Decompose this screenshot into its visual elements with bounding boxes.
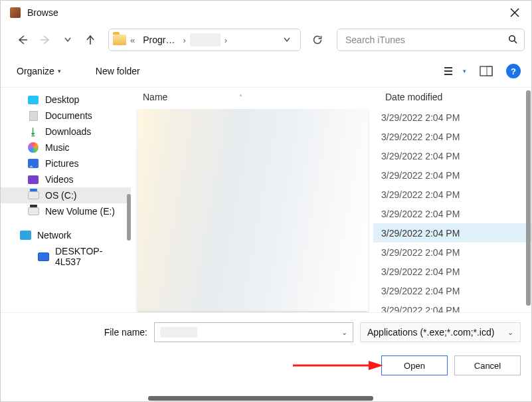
column-header-name[interactable]: Name ˄ [131,88,373,108]
forward-button[interactable] [35,30,55,50]
column-header-label: Name [143,92,167,102]
table-row[interactable]: 3/29/2022 2:04 PM [373,281,531,300]
app-icon [10,7,21,18]
table-row[interactable]: 3/29/2022 2:04 PM [373,204,531,223]
name-column: Name ˄ [131,88,373,312]
search-box[interactable] [337,29,525,51]
filename-row: File name: ⌄ Applications (*.exe;*.com;*… [11,322,521,342]
nav-row: « Progr… › › [1,25,531,55]
sidebar-item-network[interactable]: Network [1,227,131,243]
sidebar-item-label: Pictures [45,158,79,169]
cancel-button[interactable]: Cancel [454,355,521,375]
sidebar-item-drive[interactable]: OS (C:) [1,187,131,203]
table-row[interactable]: 3/29/2022 2:04 PM [373,127,531,146]
chevron-down-icon[interactable]: ⌄ [341,328,347,337]
svg-point-0 [509,35,515,41]
sidebar-item-pictures[interactable]: Pictures [1,155,131,171]
window-title: Browse [27,7,58,18]
svg-rect-2 [487,66,492,76]
chevron-right-icon[interactable]: › [183,35,185,45]
sidebar-item-music[interactable]: Music [1,140,131,155]
table-row[interactable]: 3/29/2022 2:04 PM [373,185,531,204]
sidebar-item-network-computer[interactable]: DESKTOP-4L537 [1,243,131,270]
search-icon[interactable] [508,35,517,46]
sidebar-item-label: Music [45,142,70,153]
download-icon: ⭳ [27,126,39,137]
file-names-blurred[interactable] [137,109,368,311]
button-label: Open [404,361,425,371]
sidebar-item-label: Documents [45,110,92,121]
address-bar[interactable]: « Progr… › › [108,29,301,51]
sidebar-item-drive-ext[interactable]: New Volume (E:) [1,203,131,219]
search-input[interactable] [344,34,508,46]
monitor-icon [38,252,49,261]
date-column: Date modified 3/29/2022 2:04 PM3/29/2022… [373,88,531,312]
view-mode-dropdown[interactable]: ▾ [463,68,466,74]
file-list-vertical-scrollbar[interactable] [526,90,531,306]
chevron-down-icon[interactable]: ⌄ [507,328,513,337]
up-button[interactable] [80,30,100,50]
sidebar-item-label: New Volume (E:) [45,206,115,217]
refresh-button[interactable] [306,29,329,51]
breadcrumb-segment[interactable]: Progr… [139,33,179,47]
column-header-label: Date modified [385,92,442,102]
sidebar-item-label: OS (C:) [45,190,76,201]
new-folder-button[interactable]: New folder [90,63,145,79]
chevron-right-icon[interactable]: › [224,35,227,45]
column-header-date[interactable]: Date modified [373,88,531,108]
sidebar: DesktopDocuments⭳DownloadsMusicPicturesV… [1,88,131,312]
view-mode-button[interactable] [439,62,460,80]
new-folder-label: New folder [96,66,140,76]
table-row[interactable]: 3/29/2022 2:04 PM [373,146,531,165]
sidebar-item-docs[interactable]: Documents [1,108,131,124]
table-row[interactable]: 3/29/2022 2:04 PM [373,108,531,127]
drive-icon [27,190,39,201]
back-button[interactable] [13,30,33,50]
toolbar: Organize ▾ New folder ▾ ? [1,55,531,87]
breadcrumb-segment-blurred[interactable] [190,33,221,47]
music-icon [27,142,39,153]
filename-combo[interactable]: ⌄ [154,322,353,342]
sidebar-item-desktop[interactable]: Desktop [1,92,131,108]
sidebar-item-label: Downloads [45,126,91,137]
filename-value-blurred [160,327,197,338]
svg-rect-1 [480,66,492,76]
address-history-button[interactable] [280,37,296,43]
sidebar-item-label: Desktop [45,94,79,105]
filetype-filter-combo[interactable]: Applications (*.exe;*.com;*.icd) ⌄ [360,322,521,342]
file-list-pane: Name ˄ Date modified 3/29/2022 2:04 PM3/… [131,88,531,312]
drive-ext-icon [27,206,39,217]
file-list-horizontal-scrollbar[interactable] [148,396,511,401]
folder-icon [113,35,126,45]
annotation-arrow-icon [290,359,383,371]
sort-indicator-icon: ˄ [239,94,242,101]
sidebar-item-label: DESKTOP-4L537 [55,246,124,267]
table-row[interactable]: 3/29/2022 2:04 PM [373,262,531,281]
breadcrumb-prefix: « [130,35,135,45]
button-row: Open Cancel [11,355,521,375]
desktop-icon [27,94,39,105]
preview-pane-button[interactable] [476,62,497,80]
filter-label: Applications (*.exe;*.com;*.icd) [367,327,494,338]
close-button[interactable] [505,3,525,23]
titlebar: Browse [1,1,531,25]
videos-icon [27,174,39,185]
open-button[interactable]: Open [381,355,448,375]
chevron-down-icon: ▾ [58,68,61,74]
table-row[interactable]: 3/29/2022 2:04 PM [373,243,531,262]
table-row[interactable]: 3/29/2022 2:04 PM [373,223,531,243]
table-row[interactable]: 3/29/2022 2:04 PM [373,165,531,185]
recent-locations-button[interactable] [58,30,78,50]
bottom-controls: File name: ⌄ Applications (*.exe;*.com;*… [1,313,531,375]
filename-label: File name: [11,327,147,338]
sidebar-item-videos[interactable]: Videos [1,171,131,187]
sidebar-item-download[interactable]: ⭳Downloads [1,124,131,140]
table-row[interactable]: 3/29/2022 2:04 PM [373,300,531,312]
docs-icon [27,110,39,121]
button-label: Cancel [474,361,501,371]
organize-menu[interactable]: Organize ▾ [11,63,66,79]
organize-label: Organize [17,66,54,76]
help-button[interactable]: ? [506,64,521,78]
network-icon [20,231,31,240]
sidebar-item-label: Network [37,230,71,241]
